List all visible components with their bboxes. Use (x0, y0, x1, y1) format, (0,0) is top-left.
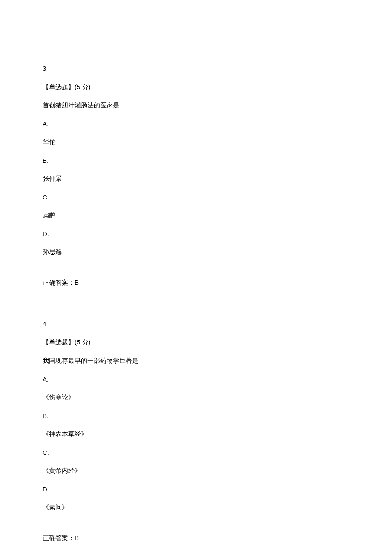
question-number: 3 (43, 64, 349, 73)
option-text: 孙思邈 (43, 248, 349, 257)
option-text: 《伤寒论》 (43, 393, 349, 402)
question-points: (5 分) (75, 83, 91, 90)
question-text: 我国现存最早的一部药物学巨著是 (43, 356, 349, 365)
option-letter: C. (43, 448, 349, 457)
option-letter: D. (43, 229, 349, 238)
option-text: 《神农本草经》 (43, 430, 349, 439)
answer-label: 正确答案： (43, 535, 75, 541)
option-text: 扁鹊 (43, 211, 349, 220)
option-letter: D. (43, 485, 349, 494)
option-text: 《素问》 (43, 503, 349, 512)
option-text: 《黄帝内经》 (43, 466, 349, 475)
question-points: (5 分) (75, 338, 91, 346)
question-number: 4 (43, 319, 349, 328)
question-block-3: 3 【单选题】(5 分) 首创猪胆汁灌肠法的医家是 A. 华佗 B. 张仲景 C… (43, 64, 349, 287)
question-text: 首创猪胆汁灌肠法的医家是 (43, 101, 349, 110)
option-text: 华佗 (43, 138, 349, 147)
option-letter: B. (43, 411, 349, 420)
question-block-4: 4 【单选题】(5 分) 我国现存最早的一部药物学巨著是 A. 《伤寒论》 B.… (43, 319, 349, 543)
answer-label: 正确答案： (43, 279, 75, 286)
question-type: 【单选题】 (43, 339, 75, 346)
option-letter: A. (43, 375, 349, 384)
question-type-line: 【单选题】(5 分) (43, 82, 349, 92)
option-letter: A. (43, 119, 349, 128)
question-type: 【单选题】 (43, 84, 75, 90)
option-text: 张仲景 (43, 174, 349, 183)
question-type-line: 【单选题】(5 分) (43, 338, 349, 347)
answer-value: B (75, 279, 79, 286)
answer-line: 正确答案：B (43, 278, 349, 287)
option-letter: B. (43, 156, 349, 165)
answer-value: B (75, 534, 79, 541)
option-letter: C. (43, 193, 349, 202)
answer-line: 正确答案：B (43, 533, 349, 543)
